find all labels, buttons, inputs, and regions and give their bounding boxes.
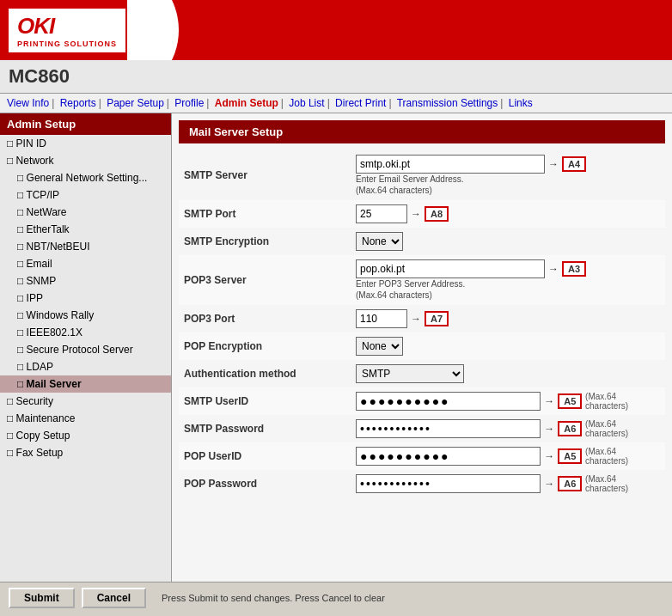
arrow-icon: → bbox=[544, 395, 554, 407]
nav-profile[interactable]: Profile bbox=[174, 97, 204, 109]
smtp-userid-hint: (Max.64 characters) bbox=[585, 392, 660, 411]
arrow-icon: → bbox=[544, 450, 554, 462]
smtp-password-cell: → A6 (Max.64 characters) bbox=[351, 415, 665, 442]
smtp-password-input-group: → A6 (Max.64 characters) bbox=[356, 419, 660, 438]
expand-icon: □ bbox=[17, 172, 27, 184]
cancel-button[interactable]: Cancel bbox=[82, 588, 146, 608]
sidebar-item-mail-server[interactable]: □ Mail Server bbox=[0, 375, 171, 393]
smtp-server-badge: A4 bbox=[562, 156, 586, 172]
nav-job-list[interactable]: Job List bbox=[289, 97, 324, 109]
expand-icon: □ bbox=[7, 430, 16, 442]
arrow-icon: → bbox=[411, 208, 421, 220]
nav-direct-print[interactable]: Direct Print bbox=[335, 97, 386, 109]
pop3-server-cell: → A3 Enter POP3 Server Address.(Max.64 c… bbox=[351, 255, 665, 305]
expand-icon: □ bbox=[7, 447, 16, 459]
sidebar-item-snmp[interactable]: □ SNMP bbox=[0, 272, 171, 290]
footer-hint: Press Submit to send changes. Press Canc… bbox=[162, 593, 385, 603]
expand-icon: □ bbox=[17, 189, 26, 201]
smtp-port-badge: A8 bbox=[425, 206, 449, 222]
sidebar-item-pin-id[interactable]: □ PIN ID bbox=[0, 135, 171, 152]
sidebar-item-network[interactable]: □ Network bbox=[0, 152, 171, 169]
pop-userid-row: POP UserID → A5 (Max.64 characters) bbox=[179, 442, 665, 470]
sidebar-item-general-network[interactable]: □ General Network Setting... bbox=[0, 169, 171, 186]
nav-view-info[interactable]: View Info bbox=[7, 97, 49, 109]
sidebar-item-fax-setup[interactable]: □ Fax Setup bbox=[0, 444, 171, 461]
expand-icon: □ bbox=[17, 309, 27, 321]
expand-icon: □ bbox=[7, 412, 16, 424]
expand-icon: □ bbox=[17, 361, 27, 373]
smtp-server-input-group: → A4 bbox=[356, 155, 660, 174]
header-red-bar bbox=[125, 0, 663, 60]
sidebar-item-ethertalk[interactable]: □ EtherTalk bbox=[0, 221, 171, 238]
smtp-password-input[interactable] bbox=[356, 419, 541, 438]
pop-encryption-select[interactable]: None SSL TLS bbox=[356, 337, 403, 356]
smtp-password-hint: (Max.64 characters) bbox=[585, 419, 660, 438]
sidebar-item-email[interactable]: □ Email bbox=[0, 255, 171, 272]
pop3-server-input-group: → A3 bbox=[356, 259, 660, 278]
sidebar-item-maintenance[interactable]: □ Maintenance bbox=[0, 410, 171, 427]
main-layout: Admin Setup □ PIN ID □ Network □ General… bbox=[0, 113, 672, 582]
pop-password-label: POP Password bbox=[179, 470, 351, 497]
sidebar-item-secure-protocol[interactable]: □ Secure Protocol Server bbox=[0, 341, 171, 358]
smtp-userid-input-group: → A5 (Max.64 characters) bbox=[356, 392, 660, 411]
smtp-password-row: SMTP Password → A6 (Max.64 characters) bbox=[179, 415, 665, 442]
smtp-server-input[interactable] bbox=[356, 155, 545, 174]
pop-password-cell: → A6 (Max.64 characters) bbox=[351, 470, 665, 497]
smtp-port-row: SMTP Port → A8 bbox=[179, 200, 665, 228]
submit-button[interactable]: Submit bbox=[9, 588, 75, 608]
pop-userid-hint: (Max.64 characters) bbox=[585, 447, 660, 466]
page-title: MC860 bbox=[9, 65, 663, 88]
nav-paper-setup[interactable]: Paper Setup bbox=[107, 97, 164, 109]
pop3-port-input[interactable] bbox=[356, 309, 407, 328]
smtp-port-input-group: → A8 bbox=[356, 204, 660, 223]
expand-icon: □ bbox=[7, 137, 16, 149]
smtp-server-row: SMTP Server → A4 Enter Email Server Addr… bbox=[179, 150, 665, 200]
logo-box: OKI PRINTING SOLUTIONS bbox=[9, 9, 125, 52]
nav-reports[interactable]: Reports bbox=[60, 97, 96, 109]
sidebar-item-windows-rally[interactable]: □ Windows Rally bbox=[0, 307, 171, 324]
pop3-server-input[interactable] bbox=[356, 259, 545, 278]
form-table: SMTP Server → A4 Enter Email Server Addr… bbox=[179, 150, 665, 497]
section-header: Mail Server Setup bbox=[179, 120, 665, 143]
sidebar-item-copy-setup[interactable]: □ Copy Setup bbox=[0, 427, 171, 444]
pop-userid-input[interactable] bbox=[356, 447, 541, 466]
title-bar: MC860 bbox=[0, 60, 672, 94]
pop3-port-row: POP3 Port → A7 bbox=[179, 305, 665, 332]
nav-admin-setup[interactable]: Admin Setup bbox=[215, 97, 278, 109]
sidebar-item-ieee8021x[interactable]: □ IEEE802.1X bbox=[0, 324, 171, 341]
nav-transmission-settings[interactable]: Transmission Settings bbox=[397, 97, 498, 109]
arrow-icon: → bbox=[548, 158, 559, 170]
nav-links[interactable]: Links bbox=[509, 97, 533, 109]
expand-icon: □ bbox=[17, 241, 27, 253]
arrow-icon: → bbox=[411, 313, 421, 325]
smtp-userid-input[interactable] bbox=[356, 392, 541, 411]
smtp-server-hint: Enter Email Server Address.(Max.64 chara… bbox=[356, 174, 660, 196]
expand-icon: □ bbox=[17, 326, 27, 338]
auth-method-label: Authentication method bbox=[179, 360, 351, 387]
pop3-server-hint: Enter POP3 Server Address.(Max.64 charac… bbox=[356, 278, 660, 301]
pop-encryption-row: POP Encryption None SSL TLS bbox=[179, 332, 665, 360]
smtp-port-input[interactable] bbox=[356, 204, 407, 223]
pop-password-input-group: → A6 (Max.64 characters) bbox=[356, 474, 660, 493]
sidebar: Admin Setup □ PIN ID □ Network □ General… bbox=[0, 113, 172, 582]
auth-method-select[interactable]: SMTP POP before SMTP None bbox=[356, 364, 464, 383]
sidebar-item-ldap[interactable]: □ LDAP bbox=[0, 358, 171, 375]
smtp-port-cell: → A8 bbox=[351, 200, 665, 228]
expand-icon: □ bbox=[17, 206, 27, 218]
smtp-userid-badge: A5 bbox=[558, 393, 582, 409]
arrow-icon: → bbox=[544, 423, 554, 435]
pop-userid-badge: A5 bbox=[558, 448, 582, 464]
smtp-userid-cell: → A5 (Max.64 characters) bbox=[351, 387, 665, 415]
sidebar-item-nbt-netbeui[interactable]: □ NBT/NetBEUI bbox=[0, 238, 171, 255]
pop-password-input[interactable] bbox=[356, 474, 541, 493]
sidebar-item-ipp[interactable]: □ IPP bbox=[0, 290, 171, 307]
smtp-encryption-select[interactable]: None SSL TLS bbox=[356, 232, 403, 251]
expand-icon: □ bbox=[7, 395, 16, 407]
sidebar-item-netware[interactable]: □ NetWare bbox=[0, 204, 171, 221]
pop3-server-badge: A3 bbox=[562, 261, 586, 277]
pop3-port-label: POP3 Port bbox=[179, 305, 351, 332]
sidebar-item-tcpip[interactable]: □ TCP/IP bbox=[0, 186, 171, 204]
sidebar-item-security[interactable]: □ Security bbox=[0, 393, 171, 410]
smtp-userid-label: SMTP UserID bbox=[179, 387, 351, 415]
smtp-port-label: SMTP Port bbox=[179, 200, 351, 228]
